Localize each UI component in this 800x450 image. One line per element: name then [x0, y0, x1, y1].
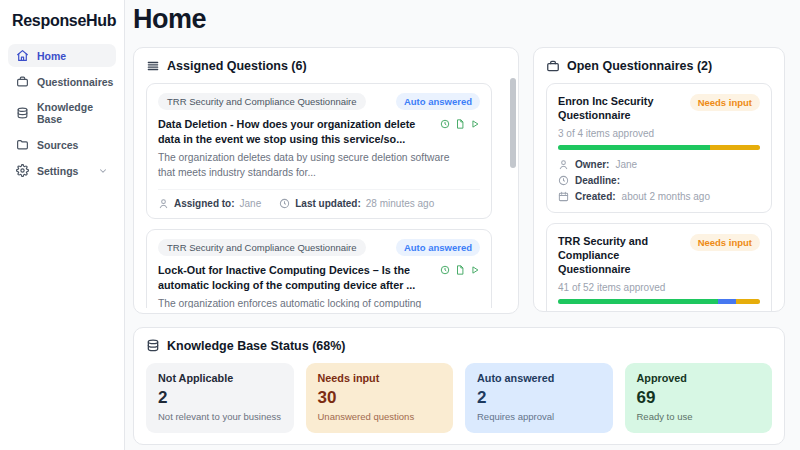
last-updated-label: Last updated: [295, 198, 361, 209]
clock-action-icon[interactable] [440, 119, 450, 146]
document-icon[interactable] [455, 119, 465, 146]
person-icon [158, 198, 169, 209]
app-logo: ResponseHub [8, 10, 116, 44]
question-card[interactable]: TRR Security and Compliance Questionnair… [146, 229, 492, 308]
sidebar-item-knowledge-base[interactable]: Knowledge Base [8, 96, 116, 130]
progress-text: 3 of 4 items approved [558, 128, 760, 139]
open-questionnaires-card: Open Questionnaires (2) Enron Inc Securi… [533, 47, 785, 312]
person-icon [558, 159, 569, 170]
assigned-questions-title: Assigned Questions (6) [167, 59, 307, 73]
list-icon [146, 59, 160, 73]
last-updated-value: 28 minutes ago [366, 198, 434, 209]
sidebar-item-label: Home [37, 50, 66, 62]
progress-segment [736, 299, 760, 304]
assigned-to-value: Jane [240, 198, 262, 209]
question-title: Lock-Out for Inactive Computing Devices … [158, 263, 432, 292]
progress-segment [558, 145, 710, 150]
status-badge: Needs input [690, 94, 760, 111]
stat-needs-input: Needs input 30 Unanswered questions [306, 363, 454, 433]
progress-segment [558, 299, 718, 304]
questionnaire-card[interactable]: TRR Security and Compliance Questionnair… [546, 223, 772, 312]
answer-preview: The organization enforces automatic lock… [158, 297, 454, 308]
clock-icon [558, 175, 569, 186]
sidebar-item-label: Sources [37, 139, 78, 151]
status-badge: Auto answered [396, 239, 480, 256]
sidebar: ResponseHub Home Questionnaires Knowledg… [0, 0, 125, 450]
progress-bar [558, 299, 760, 304]
progress-bar [558, 145, 760, 150]
open-questionnaires-title: Open Questionnaires (2) [567, 59, 712, 73]
document-icon[interactable] [455, 265, 465, 292]
home-icon [16, 49, 29, 62]
sidebar-item-settings[interactable]: Settings [8, 159, 116, 182]
kb-status-card: Knowledge Base Status (68%) Not Applicab… [133, 327, 785, 445]
questionnaire-tag: TRR Security and Compliance Questionnair… [158, 239, 366, 256]
folder-icon [16, 138, 29, 151]
stat-desc: Requires approval [477, 411, 601, 422]
stat-desc: Not relevant to your business [158, 411, 282, 422]
assigned-questions-list[interactable]: TRR Security and Compliance Questionnair… [146, 83, 506, 308]
stat-value: 30 [318, 388, 442, 408]
page-title: Home [133, 4, 789, 35]
sidebar-item-label: Questionnaires [37, 76, 113, 88]
progress-segment [710, 145, 761, 150]
stat-label: Auto answered [477, 372, 601, 384]
sidebar-item-sources[interactable]: Sources [8, 133, 116, 156]
created-value: about 2 months ago [622, 191, 710, 202]
gear-icon [16, 164, 29, 177]
questionnaire-name: Enron Inc Security Questionnaire [558, 94, 684, 122]
scrollbar-thumb[interactable] [510, 78, 516, 168]
sidebar-item-questionnaires[interactable]: Questionnaires [8, 70, 116, 93]
questionnaire-tag: TRR Security and Compliance Questionnair… [158, 93, 366, 110]
scrollbar[interactable] [510, 78, 516, 303]
stat-label: Not Applicable [158, 372, 282, 384]
chevron-down-icon [98, 166, 108, 176]
assigned-questions-card: Assigned Questions (6) TRR Security and … [133, 47, 519, 314]
stat-not-applicable: Not Applicable 2 Not relevant to your bu… [146, 363, 294, 433]
assigned-to-label: Assigned to: [174, 198, 235, 209]
deadline-label: Deadline: [575, 175, 620, 186]
stat-desc: Unanswered questions [318, 411, 442, 422]
main-content: Home Assigned Questions (6) TRR Security… [125, 0, 800, 450]
briefcase-icon [16, 75, 29, 88]
stat-value: 69 [637, 388, 761, 408]
status-badge: Auto answered [396, 93, 480, 110]
created-label: Created: [575, 191, 616, 202]
briefcase-icon [546, 59, 560, 73]
clock-action-icon[interactable] [440, 265, 450, 292]
play-icon[interactable] [470, 119, 480, 146]
stat-value: 2 [477, 388, 601, 408]
sidebar-item-label: Settings [37, 165, 78, 177]
answer-preview: The organization deletes data by using s… [158, 151, 454, 180]
stat-label: Needs input [318, 372, 442, 384]
kb-status-title: Knowledge Base Status (68%) [167, 339, 346, 353]
status-badge: Needs input [690, 234, 760, 251]
database-icon [146, 339, 160, 353]
stat-label: Approved [637, 372, 761, 384]
progress-text: 41 of 52 items approved [558, 282, 760, 293]
stat-desc: Ready to use [637, 411, 761, 422]
question-card[interactable]: TRR Security and Compliance Questionnair… [146, 83, 492, 219]
stat-auto-answered: Auto answered 2 Requires approval [465, 363, 613, 433]
stat-value: 2 [158, 388, 282, 408]
play-icon[interactable] [470, 265, 480, 292]
stat-approved: Approved 69 Ready to use [625, 363, 773, 433]
sidebar-item-home[interactable]: Home [8, 44, 116, 67]
questionnaire-name: TRR Security and Compliance Questionnair… [558, 234, 684, 276]
sidebar-item-label: Knowledge Base [37, 101, 108, 125]
owner-label: Owner: [575, 159, 609, 170]
question-title: Data Deletion - How does your organizati… [158, 117, 432, 146]
owner-value: Jane [615, 159, 637, 170]
calendar-icon [558, 191, 569, 202]
database-icon [16, 107, 29, 120]
clock-icon [279, 198, 290, 209]
progress-segment [718, 299, 736, 304]
questionnaire-card[interactable]: Enron Inc Security Questionnaire Needs i… [546, 83, 772, 213]
